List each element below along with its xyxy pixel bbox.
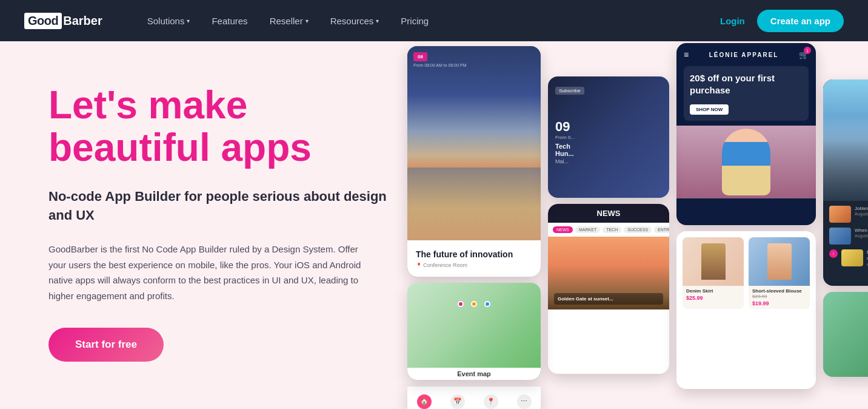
product-img-1: [683, 237, 744, 286]
hero-headline: Let's make beautiful apps: [48, 84, 388, 169]
news-tab-news: NEWS: [553, 226, 573, 233]
city-news-items: Jobless... August 26th When Airbnb or in…: [823, 201, 868, 276]
navbar: Good Barber Solutions ▾ Features Reselle…: [0, 0, 868, 41]
cart-container: 🛒 1: [799, 49, 809, 60]
nav-solutions[interactable]: Solutions ▾: [139, 11, 199, 31]
news-tab-tech: TECH: [603, 226, 621, 233]
phone-map-mockup: Event map: [407, 283, 541, 380]
product-price-old: $29.99: [752, 294, 806, 299]
nav-pricing[interactable]: Pricing: [392, 11, 437, 31]
logo-good: Good: [24, 13, 62, 29]
product-img-2: [749, 237, 810, 286]
shop-promo-banner: 20$ off on your first purchase SHOP NOW: [684, 66, 809, 121]
hero-section: Let's make beautiful apps No-code App Bu…: [0, 41, 868, 409]
event2-title: TechHun...: [555, 143, 662, 157]
hamburger-icon: ≡: [684, 50, 689, 59]
chevron-down-icon: ▾: [305, 18, 309, 24]
event2-location: Mai...: [555, 158, 662, 164]
news-hero-image: Golden Gate at sunset...: [548, 237, 669, 309]
phone-city-mockup: After 1 milli... Jobless... August 26th …: [823, 79, 868, 286]
hero-phones: 08 From 08:00 AM to 06:00 PM The future …: [407, 41, 868, 409]
city-news-item-3: ! Dubai New York firecrackers kick off t…: [829, 249, 868, 266]
location-icon: 📍: [484, 394, 498, 409]
city-news-text-2: When Airbnb or in...: [855, 228, 868, 234]
phone-products-mockup: Denim Skirt $25.99 Short-sleeved Blouse …: [676, 231, 816, 389]
shop-promo-text: 20$ off on your first purchase: [690, 72, 803, 96]
product-info-1: Denim Skirt $25.99: [683, 286, 744, 303]
news-tab-success: SUCCESS: [624, 226, 652, 233]
city-hero-image: After 1 milli...: [823, 79, 868, 201]
logo[interactable]: Good Barber: [24, 13, 102, 29]
nav-right: Login Create an app: [720, 10, 844, 32]
product-item-1: Denim Skirt $25.99: [683, 237, 744, 309]
news-tabs: NEWS MARKET TECH SUCCESS ENTREPRENEUR: [548, 223, 669, 237]
product-item-2: Short-sleeved Blouse $29.99 $19.99: [749, 237, 810, 309]
news-label: NEWS: [555, 209, 662, 218]
city-news-thumb-1: [829, 206, 851, 223]
phone-event2-mockup: Subscribe 09 From 0... TechHun... Mai...: [548, 76, 669, 198]
phone-news-mockup: NEWS NEWS MARKET TECH SUCCESS ENTREPRENE…: [548, 204, 669, 374]
shop-brand: LÉONIE APPAREL: [709, 52, 779, 58]
create-app-button[interactable]: Create an app: [757, 10, 844, 32]
phone-col-1: 08 From 08:00 AM to 06:00 PM The future …: [407, 46, 541, 409]
phone-event-mockup: 08 From 08:00 AM to 06:00 PM The future …: [407, 46, 541, 277]
city-news-badge: !: [829, 249, 838, 258]
city-news-text-1: Jobless...: [855, 206, 868, 212]
product-price-2: $19.99: [752, 300, 806, 306]
chevron-down-icon: ▾: [187, 18, 190, 24]
subscribe-tag: Subscribe: [555, 87, 584, 95]
city-news-thumb-2: [829, 228, 851, 245]
nav-resources[interactable]: Resources ▾: [322, 11, 388, 31]
city-news-date-1: August 26th: [855, 212, 868, 216]
chevron-down-icon: ▾: [376, 18, 379, 24]
menu-icon: ⋯: [517, 394, 532, 409]
event-title: The future of innovation: [416, 249, 532, 260]
nav-links: Solutions ▾ Features Reseller ▾ Resource…: [139, 11, 720, 31]
product-name-1: Denim Skirt: [686, 288, 740, 294]
phone-shop-mockup: ≡ LÉONIE APPAREL 🛒 1 20$ off on your fir…: [676, 43, 816, 225]
hero-content: Let's make beautiful apps No-code App Bu…: [0, 41, 424, 398]
event-info: The future of innovation Conference Room: [407, 240, 541, 277]
event-location: Conference Room: [416, 262, 532, 268]
product-price-1: $25.99: [686, 295, 740, 301]
phone-col-3: ≡ LÉONIE APPAREL 🛒 1 20$ off on your fir…: [676, 43, 816, 389]
shop-hero-image: [676, 126, 816, 198]
hero-subheadline: No-code App Builder for people serious a…: [48, 188, 388, 225]
product-info-2: Short-sleeved Blouse $29.99 $19.99: [749, 286, 810, 309]
event2-date: 09: [555, 119, 662, 135]
phone-col-2: Subscribe 09 From 0... TechHun... Mai...…: [548, 76, 669, 374]
login-button[interactable]: Login: [720, 16, 745, 26]
news-tab-entrepreneur: ENTREPRENEUR: [654, 226, 669, 233]
city-news-item-1: Jobless... August 26th: [829, 206, 868, 223]
shop-now-button[interactable]: SHOP NOW: [690, 104, 729, 115]
news-tab-market: MARKET: [575, 226, 600, 233]
city-news-item-2: When Airbnb or in... August 27th: [829, 228, 868, 245]
phone-nav-bar: 🏠 📅 📍 ⋯: [407, 386, 541, 409]
nav-reseller[interactable]: Reseller ▾: [261, 11, 317, 31]
city-news-thumb-3: [841, 249, 863, 266]
city-news-date-2: August 27th: [855, 234, 868, 238]
hero-description: GoodBarber is the first No Code App Buil…: [48, 242, 376, 303]
nav-features[interactable]: Features: [203, 11, 256, 31]
start-for-free-button[interactable]: Start for free: [48, 328, 164, 362]
phone-map2-mockup: 📍 Di...: [823, 292, 868, 377]
calendar-icon: 📅: [450, 394, 465, 409]
products-grid: Denim Skirt $25.99 Short-sleeved Blouse …: [683, 237, 810, 309]
map-label: Event map: [407, 368, 541, 380]
cart-badge: 1: [804, 47, 811, 54]
logo-barber: Barber: [63, 14, 102, 28]
shop-header: ≡ LÉONIE APPAREL 🛒 1: [676, 43, 816, 66]
product-name-2: Short-sleeved Blouse: [752, 288, 806, 294]
phone-col-4: After 1 milli... Jobless... August 26th …: [823, 79, 868, 377]
